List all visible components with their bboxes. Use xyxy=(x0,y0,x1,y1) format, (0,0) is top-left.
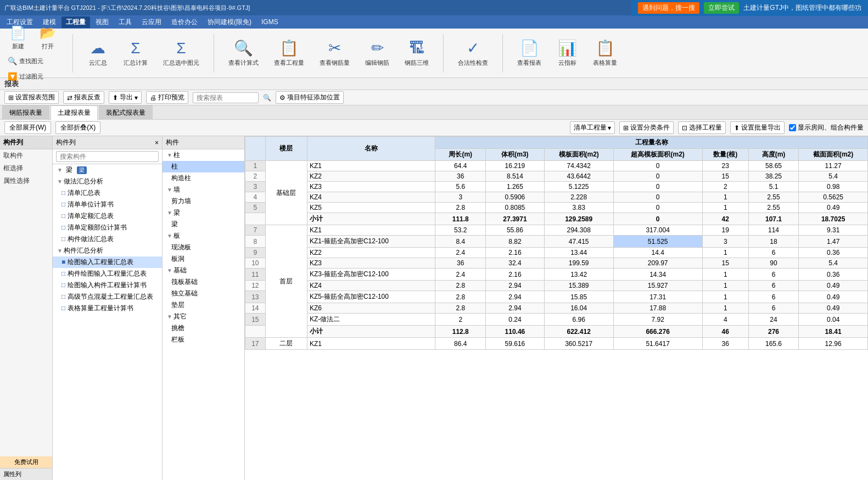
sidebar-item-select[interactable]: 框选择 xyxy=(0,162,52,175)
tree-node-beam-select[interactable]: ▼梁 梁 xyxy=(53,164,162,176)
table-row[interactable]: 17二层KZ186.459.616360.521751.641736165.61… xyxy=(245,338,868,350)
menu-collab[interactable]: 协同建模(限免) xyxy=(203,16,256,28)
table-row[interactable]: 1基础层KZ164.416.21974.434202358.6511.27 xyxy=(245,161,868,171)
table-row[interactable]: 2KZ2368.51443.644201538.255.4 xyxy=(245,171,868,182)
cell-count: 36 xyxy=(702,338,748,350)
table-row[interactable]: 8KZ1-箍筋全高加密C12-1008.48.8247.41551.525318… xyxy=(245,236,868,248)
tree-item-bom-unit-calc[interactable]: □清单单位计算书 xyxy=(53,199,162,210)
dropdown-quantity-type[interactable]: 清单工程量 ▾ xyxy=(570,121,615,134)
table-row[interactable]: 10KZ33632.4199.59209.9715905.4 xyxy=(245,258,868,269)
tree-item-method-summary[interactable]: ▼做法汇总分析 xyxy=(53,176,162,187)
tab-rebar-report[interactable]: 钢筋报表量 xyxy=(2,105,49,120)
tree-item-comp-draw-summary[interactable]: □构件绘图输入工程量汇总表 xyxy=(53,268,162,280)
btn-batch-export[interactable]: ⬆ 设置批量导出 xyxy=(730,121,785,134)
tab-prefab-report[interactable]: 装配式报表量 xyxy=(99,105,153,120)
struct-node-beam[interactable]: ▼梁 xyxy=(163,207,244,219)
tree-search-input[interactable] xyxy=(56,151,159,162)
table-row[interactable]: 小计111.827.3971129.2589042107.118.7025 xyxy=(245,213,868,225)
cell-volume: 8.514 xyxy=(486,171,545,182)
struct-item-parapet[interactable]: 栏板 xyxy=(163,334,244,345)
table-row[interactable]: 3KZ35.61.2655.1225025.10.98 xyxy=(245,182,868,192)
tree-item-node-summary[interactable]: □高级节点混凝土工程量汇总表 xyxy=(53,291,162,303)
toolbar-view-quantity[interactable]: 📋 查看工程量 xyxy=(271,37,307,69)
table-row[interactable]: 12KZ42.82.9415.38915.927160.49 xyxy=(245,281,868,291)
checkbox-show-room[interactable]: 显示房间、组合构件量 xyxy=(789,123,864,132)
tab-civil-report[interactable]: 土建报表量 xyxy=(51,105,98,120)
struct-node-other[interactable]: ▼其它 xyxy=(163,311,244,322)
toolbar-view-rebar[interactable]: ✂ 查看钢筋量 xyxy=(316,37,353,69)
toolbar-btn-find-elem[interactable]: 🔍 查找图元 xyxy=(4,54,47,68)
toolbar-sep3 xyxy=(443,34,444,72)
tree-item-bom-quota-pos[interactable]: □清单定额部位计算书 xyxy=(53,222,162,233)
struct-item-column[interactable]: 柱 xyxy=(163,161,244,172)
toolbar-table-calc[interactable]: 📋 表格算量 xyxy=(590,37,620,69)
menu-igms[interactable]: IGMS xyxy=(257,17,283,27)
table-row[interactable]: 11KZ3-箍筋全高加密C12-1002.42.1613.4214.34160.… xyxy=(245,269,868,281)
struct-item-cushion[interactable]: 垫层 xyxy=(163,299,244,311)
toolbar-view-report[interactable]: 📄 查看报表 xyxy=(514,37,545,69)
btn-print-preview[interactable]: 🖨 打印预览 xyxy=(146,91,188,104)
report-search-input[interactable] xyxy=(193,92,259,103)
btn-set-range[interactable]: ⊞ 设置报表范围 xyxy=(4,91,59,104)
tree-close-btn[interactable]: × xyxy=(155,139,159,147)
tree-item-table-calc-book[interactable]: □表格算量工程量计算书 xyxy=(53,303,162,314)
struct-node-foundation[interactable]: ▼基础 xyxy=(163,265,244,276)
toolbar-calc-select[interactable]: Σ 汇总选中图元 xyxy=(160,37,203,69)
table-toolbar: 全部展开(W) 全部折叠(X) 清单工程量 ▾ ⊞ 设置分类条件 ⊡ 选择工程量… xyxy=(0,120,868,136)
btn-collapse-all[interactable]: 全部折叠(X) xyxy=(55,121,100,134)
struct-item-construct-col[interactable]: 构造柱 xyxy=(163,172,244,184)
toolbar-calc[interactable]: Σ 汇总计算 xyxy=(120,37,151,69)
struct-item-beam[interactable]: 梁 xyxy=(163,219,244,230)
table-row[interactable]: 4KZ430.59062.228012.550.5625 xyxy=(245,192,868,203)
menu-view[interactable]: 视图 xyxy=(91,16,113,28)
table-row[interactable]: 5KZ52.80.80853.83012.550.49 xyxy=(245,203,868,213)
toolbar-rebar-3d[interactable]: 🏗 钢筋三维 xyxy=(401,37,432,69)
btn-export[interactable]: ⬆ 导出 ▾ xyxy=(109,91,142,104)
struct-node-slab[interactable]: ▼板 xyxy=(163,230,244,242)
sidebar-item-attr-select[interactable]: 属性选择 xyxy=(0,175,52,187)
table-row[interactable]: 7首层KZ153.255.86294.308317.004191149.31 xyxy=(245,225,868,236)
toolbar-view-formula[interactable]: 🔍 查看计算式 xyxy=(225,37,262,69)
cell-perimeter: 53.2 xyxy=(435,225,486,236)
toolbar-btn-new[interactable]: 📄 新建 xyxy=(4,23,32,52)
toolbar-cloud-index[interactable]: 📊 云指标 xyxy=(553,37,581,69)
table-row[interactable]: 9KZ22.42.1613.4414.4160.36 xyxy=(245,248,868,258)
toolbar-legality[interactable]: ✓ 合法性检查 xyxy=(455,37,491,69)
tree-item-draw-input-summary[interactable]: ■绘图输入工程量汇总表 xyxy=(53,256,162,268)
struct-item-shear-wall[interactable]: 剪力墙 xyxy=(163,196,244,207)
btn-feature-position[interactable]: ⚙ 项目特征添加位置 xyxy=(276,91,344,104)
toolbar-cloud-summary[interactable]: ☁ 云汇总 xyxy=(84,37,111,69)
btn-expand-all[interactable]: 全部展开(W) xyxy=(4,121,51,134)
struct-item-cast-slab[interactable]: 现浇板 xyxy=(163,242,244,253)
show-room-checkbox[interactable] xyxy=(789,124,796,131)
toolbar-btn-open[interactable]: 📂 打开 xyxy=(34,23,61,52)
sidebar-item-pickup[interactable]: 取构件 xyxy=(0,149,52,162)
tree-item-bom-summary[interactable]: □清单汇总表 xyxy=(53,187,162,199)
menu-quantity[interactable]: 工程量 xyxy=(61,16,90,28)
struct-item-slab-hole[interactable]: 板洞 xyxy=(163,253,244,265)
tree-item-draw-comp-calc[interactable]: □绘图输入构件工程量计算书 xyxy=(53,280,162,291)
btn-set-classify[interactable]: ⊞ 设置分类条件 xyxy=(619,121,674,134)
struct-node-wall[interactable]: ▼墙 xyxy=(163,184,244,196)
notice-search-btn[interactable]: 遇到问题，搜一搜 xyxy=(638,2,699,14)
struct-item-isolated[interactable]: 独立基础 xyxy=(163,288,244,299)
btn-reverse-query[interactable]: ⇄ 报表反查 xyxy=(63,91,104,104)
table-row[interactable]: 13KZ5-箍筋全高加密C12-1002.82.9415.8517.31160.… xyxy=(245,291,868,303)
cell-volume: 55.86 xyxy=(486,225,545,236)
tree-item-comp-method-summary[interactable]: □构件做法汇总表 xyxy=(53,233,162,245)
struct-item-raft[interactable]: 筏板基础 xyxy=(163,276,244,288)
struct-node-column[interactable]: ▼柱 xyxy=(163,149,244,161)
struct-item-canopy[interactable]: 挑檐 xyxy=(163,322,244,334)
tree-item-comp-summary[interactable]: ▼构件汇总分析 xyxy=(53,245,162,256)
menu-cost[interactable]: 造价办公 xyxy=(167,16,202,28)
table-row[interactable]: 15KZ-做法二20.246.967.924240.04 xyxy=(245,314,868,326)
table-row[interactable]: 小计112.8110.46622.412666.2764627618.41 xyxy=(245,326,868,338)
tree-item-bom-quota-summary[interactable]: □清单定额汇总表 xyxy=(53,210,162,222)
btn-select-quantity[interactable]: ⊡ 选择工程量 xyxy=(678,121,726,134)
toolbar-edit-rebar[interactable]: ✏ 编辑钢筋 xyxy=(362,37,393,69)
menu-cloud[interactable]: 云应用 xyxy=(137,16,166,28)
free-trial-btn[interactable]: 免费试用 xyxy=(0,456,52,468)
notice-try-btn[interactable]: 立即尝试 xyxy=(704,2,739,14)
menu-tools[interactable]: 工具 xyxy=(114,16,136,28)
table-row[interactable]: 14KZ62.82.9416.0417.88160.49 xyxy=(245,303,868,314)
